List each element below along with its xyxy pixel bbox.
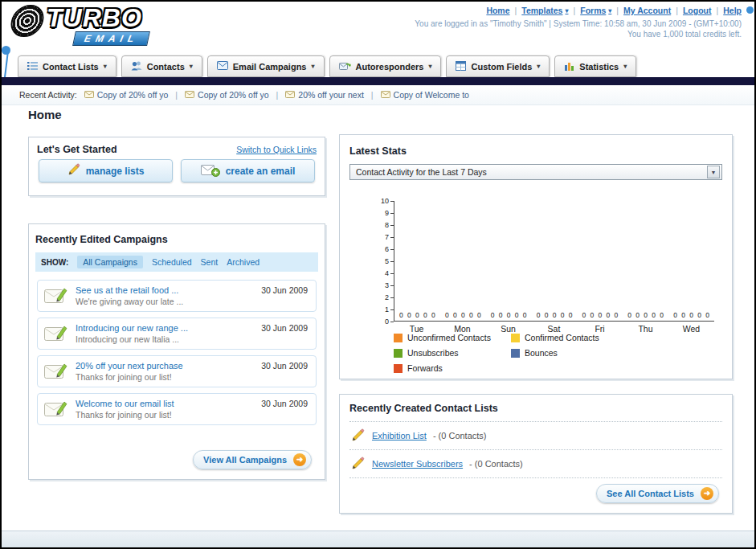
top-link-templates[interactable]: Templates▾ <box>521 6 568 15</box>
top-link-my-account[interactable]: My Account <box>623 6 671 15</box>
x-axis-label: Wed <box>668 324 714 334</box>
x-axis-label: Fri <box>577 324 623 334</box>
y-tick: 9 <box>385 209 394 217</box>
stats-period-select[interactable]: Contact Activity for the Last 7 Days ▼ <box>349 164 722 180</box>
bar-value-label: 0 <box>423 311 427 319</box>
filter-sent[interactable]: Sent <box>201 257 219 267</box>
get-started-panel: Let's Get Started Switch to Quick Links … <box>28 137 325 196</box>
bar-value-label: 0 <box>415 311 419 319</box>
tab-contacts[interactable]: Contacts ▾ <box>121 55 202 77</box>
tab-email-campaigns[interactable]: Email Campaigns ▾ <box>207 55 325 77</box>
x-axis-label: Tue <box>394 324 439 334</box>
top-link-forms[interactable]: Forms▾ <box>580 6 611 15</box>
contact-list-row[interactable]: Newsletter Subscribers - (0 Contacts) <box>349 450 722 478</box>
filter-all-campaigns[interactable]: All Campaigns <box>77 256 143 268</box>
campaign-row[interactable]: Welcome to our email list Thanks for joi… <box>37 393 317 425</box>
statistics-icon <box>564 61 574 72</box>
separator <box>276 90 279 100</box>
chart-x-labels: TueMonSunSatFriThuWed <box>394 324 714 334</box>
chevron-down-icon: ▾ <box>311 63 314 70</box>
top-link-home[interactable]: Home <box>486 6 509 15</box>
top-link-logout[interactable]: Logout <box>683 6 712 15</box>
arrow-right-icon: ➜ <box>701 487 713 500</box>
chevron-down-icon: ▾ <box>623 63 627 70</box>
tab-contact-lists[interactable]: Contact Lists ▾ <box>18 55 116 77</box>
contact-list-link[interactable]: Exhibition List <box>372 431 427 440</box>
app-logo[interactable]: TURBO EMAIL <box>11 5 149 46</box>
separator <box>717 6 719 15</box>
tab-autoresponders[interactable]: Autoresponders ▾ <box>329 55 442 77</box>
x-axis-label: Sat <box>531 324 577 334</box>
page-title: Home <box>28 108 62 121</box>
legend-item: Unsubscribes <box>394 348 511 358</box>
tab-custom-fields[interactable]: Custom Fields ▾ <box>446 55 550 77</box>
y-tick: 6 <box>385 245 394 253</box>
contact-lists-icon <box>27 61 38 72</box>
campaign-link[interactable]: Introducing our new range ... <box>76 323 188 333</box>
campaign-link[interactable]: 20% off your next purchase <box>76 361 183 371</box>
chart-y-axis: 012345678910 <box>370 201 394 322</box>
legend-item: Confirmed Contacts <box>511 333 628 342</box>
chart-plot: 00000000000000000000000000000000000 <box>394 201 714 322</box>
tab-statistics[interactable]: Statistics ▾ <box>554 55 636 77</box>
campaign-list: See us at the retail food ... We're givi… <box>35 280 318 425</box>
campaign-row[interactable]: See us at the retail food ... We're givi… <box>37 280 317 312</box>
recent-activity-label: Recent Activity: <box>19 90 77 100</box>
bar-group: 00000 <box>394 201 440 321</box>
chevron-down-icon: ▾ <box>537 63 540 70</box>
view-all-campaigns-button[interactable]: View All Campaigns ➜ <box>193 450 312 469</box>
bar-value-label: 0 <box>644 311 648 319</box>
bar-value-label: 0 <box>499 311 503 319</box>
campaign-row[interactable]: 20% off your next purchase Thanks for jo… <box>37 355 317 387</box>
chart-legend: Unconfirmed ContactsConfirmed ContactsUn… <box>394 333 722 373</box>
top-nav: Home Templates▾ Forms▾ My Account Logout… <box>486 6 742 15</box>
contact-activity-chart: 012345678910 000000000000000000000000000… <box>394 201 714 322</box>
filter-scheduled[interactable]: Scheduled <box>152 257 192 267</box>
campaign-date: 30 Jun 2009 <box>261 285 308 295</box>
top-link-help[interactable]: Help <box>723 6 742 15</box>
switch-quick-links-link[interactable]: Switch to Quick Links <box>236 145 317 154</box>
stats-title: Latest Stats <box>349 145 407 157</box>
chevron-down-icon: ▾ <box>608 7 611 14</box>
get-started-title: Let's Get Started <box>37 144 117 155</box>
campaign-link[interactable]: Welcome to our email list <box>76 399 174 408</box>
campaign-subject: Introducing our new Italia ... <box>76 334 188 344</box>
see-all-contact-lists-button[interactable]: See All Contact Lists ➜ <box>596 484 719 503</box>
recent-activity-item[interactable]: Copy of Welcome to <box>381 90 469 100</box>
filter-archived[interactable]: Archived <box>227 257 259 267</box>
bar-value-label: 0 <box>598 311 602 319</box>
bar-value-label: 0 <box>431 311 435 319</box>
y-tick: 4 <box>385 269 394 277</box>
bar-value-label: 0 <box>614 311 618 319</box>
separator <box>371 90 374 100</box>
chevron-down-icon: ▾ <box>565 7 568 14</box>
x-axis-label: Thu <box>623 324 668 334</box>
bar-value-label: 0 <box>515 311 519 319</box>
recent-activity-item[interactable]: Copy of 20% off yo <box>84 90 169 100</box>
bar-value-label: 0 <box>523 311 527 319</box>
campaign-row[interactable]: Introducing our new range ... Introducin… <box>37 318 317 350</box>
recent-activity-item[interactable]: Copy of 20% off yo <box>185 90 269 100</box>
main-nav: Contact Lists ▾ Contacts ▾ Email Campaig… <box>18 55 636 77</box>
recent-activity-bar: Recent Activity: Copy of 20% off yo Copy… <box>2 85 754 105</box>
bar-value-label: 0 <box>673 311 677 319</box>
create-email-button[interactable]: create an email <box>181 159 315 182</box>
campaign-link[interactable]: See us at the retail food ... <box>76 285 183 295</box>
contact-list-link[interactable]: Newsletter Subscribers <box>372 459 463 469</box>
decoration-dot-left <box>2 46 10 55</box>
recent-activity-item[interactable]: 20% off your next <box>285 90 364 100</box>
contact-list-row[interactable]: Exhibition List - (0 Contacts) <box>349 422 722 450</box>
legend-swatch <box>511 349 520 358</box>
contact-lists-title: Recently Created Contact Lists <box>349 403 722 422</box>
envelope-icon <box>381 90 390 100</box>
contact-list-count: - (0 Contacts) <box>469 459 523 469</box>
app-window: TURBO EMAIL Home Templates▾ Forms▾ My Ac… <box>0 0 756 549</box>
manage-lists-button[interactable]: manage lists <box>39 159 173 182</box>
campaign-subject: Thanks for joining our list! <box>76 410 174 420</box>
pencil-icon <box>67 163 80 178</box>
legend-swatch <box>511 334 520 342</box>
recent-contact-lists-panel: Recently Created Contact Lists Exhibitio… <box>339 394 733 514</box>
bar-group: 00000 <box>623 201 668 321</box>
select-arrow-icon: ▼ <box>707 166 720 178</box>
bar-value-label: 0 <box>461 311 465 319</box>
